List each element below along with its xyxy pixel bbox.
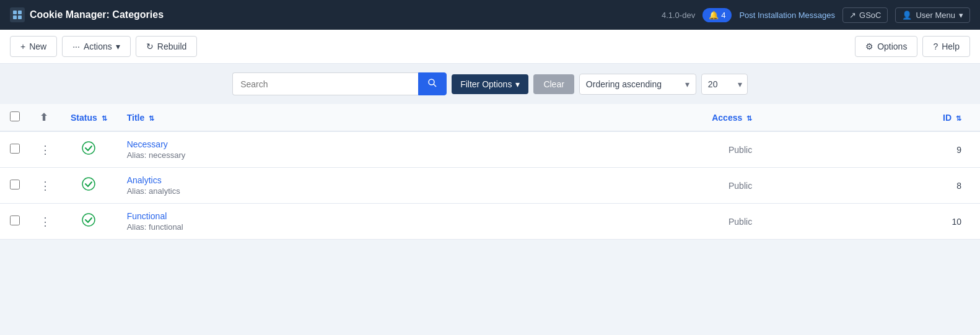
table-container: ⬆ Status ⇅ Title ⇅ Access ⇅ ID ⇅	[0, 104, 980, 240]
rebuild-label: Rebuild	[157, 41, 186, 51]
status-published-icon[interactable]	[82, 144, 95, 157]
filter-options-button[interactable]: Filter Options ▾	[452, 74, 528, 94]
svg-point-4	[429, 79, 434, 85]
table-row: ⋮ Functional Alias: functional Public 10	[0, 204, 980, 240]
ordering-select-wrap: Ordering ascending Ordering descending T…	[579, 74, 696, 95]
col-header-title[interactable]: Title ⇅	[117, 104, 435, 131]
col-header-checkbox	[0, 104, 30, 131]
actions-button[interactable]: ··· Actions ▾	[62, 36, 131, 57]
version-label: 4.1.0-dev	[662, 11, 695, 20]
row-id-cell: 9	[789, 131, 980, 168]
row-context-menu[interactable]: ⋮	[40, 180, 51, 192]
title-sort-icon: ⇅	[149, 115, 154, 122]
svg-rect-2	[13, 15, 17, 19]
row-access-cell: Public	[435, 168, 789, 204]
actions-label: Actions	[84, 41, 112, 51]
search-icon	[427, 78, 437, 90]
col-header-status[interactable]: Status ⇅	[61, 104, 117, 131]
row-access-value: Public	[728, 145, 752, 155]
user-icon: 👤	[902, 11, 912, 20]
per-page-select[interactable]: 20 50 100	[702, 74, 733, 94]
filter-options-label: Filter Options	[460, 79, 512, 89]
row-context-menu[interactable]: ⋮	[40, 144, 51, 156]
per-page-chevron-icon: ▾	[733, 79, 747, 89]
brand-title: Cookie Manager: Categories	[30, 9, 164, 20]
question-icon: ?	[933, 41, 938, 51]
order-sort-icon[interactable]: ⬆	[40, 112, 48, 123]
row-id-value: 9	[956, 145, 961, 155]
row-id-cell: 10	[789, 204, 980, 240]
row-title-cell: Functional Alias: functional	[117, 204, 435, 240]
svg-point-6	[82, 142, 95, 154]
status-published-icon[interactable]	[82, 180, 95, 193]
row-checkbox[interactable]	[10, 180, 20, 189]
row-checkbox-cell	[0, 168, 30, 204]
search-wrap	[232, 72, 447, 95]
row-checkbox[interactable]	[10, 144, 20, 154]
row-alias: Alias: analytics	[127, 186, 426, 196]
table-header-row: ⬆ Status ⇅ Title ⇅ Access ⇅ ID ⇅	[0, 104, 980, 131]
toolbar-right: ⚙ Options ? Help	[855, 36, 970, 57]
col-header-order: ⬆	[30, 104, 61, 131]
user-menu-button[interactable]: 👤 User Menu ▾	[895, 7, 970, 23]
row-title-link[interactable]: Functional	[127, 211, 167, 221]
filter-bar: Filter Options ▾ Clear Ordering ascendin…	[0, 64, 980, 104]
access-col-label: Access	[712, 113, 742, 123]
select-all-checkbox[interactable]	[10, 111, 20, 121]
access-sort-icon: ⇅	[746, 115, 752, 122]
id-sort-icon: ⇅	[956, 115, 961, 122]
new-button[interactable]: + New	[10, 36, 57, 57]
svg-rect-1	[18, 11, 22, 14]
status-sort-icon: ⇅	[102, 115, 107, 122]
new-label: New	[29, 41, 46, 51]
options-button[interactable]: ⚙ Options	[855, 36, 917, 57]
row-checkbox[interactable]	[10, 215, 20, 225]
ordering-select[interactable]: Ordering ascending Ordering descending T…	[580, 74, 679, 94]
col-header-id[interactable]: ID ⇅	[789, 104, 980, 131]
search-button[interactable]	[418, 72, 447, 95]
toolbar: + New ··· Actions ▾ ↻ Rebuild ⚙ Options …	[0, 30, 980, 64]
row-title-link[interactable]: Analytics	[127, 175, 162, 185]
per-page-wrap: 20 50 100 ▾	[701, 74, 748, 95]
chevron-down-icon: ▾	[959, 11, 963, 20]
row-title-link[interactable]: Necessary	[127, 139, 168, 149]
row-alias: Alias: functional	[127, 222, 426, 232]
notifications-bell[interactable]: 🔔 4	[702, 8, 732, 22]
row-id-cell: 8	[789, 168, 980, 204]
col-header-access[interactable]: Access ⇅	[435, 104, 789, 131]
clear-label: Clear	[543, 79, 564, 89]
bell-icon: 🔔	[709, 11, 719, 20]
gsoc-label: GSoC	[859, 11, 881, 20]
search-input[interactable]	[232, 72, 418, 95]
dots-icon: ···	[72, 41, 80, 51]
row-dots-cell: ⋮	[30, 168, 61, 204]
row-status-cell	[61, 168, 117, 204]
options-label: Options	[877, 41, 907, 51]
clear-button[interactable]: Clear	[533, 74, 574, 94]
gsoc-button[interactable]: ↗ GSoC	[842, 7, 888, 23]
row-id-value: 8	[956, 181, 961, 191]
row-dots-cell: ⋮	[30, 204, 61, 240]
title-col-label: Title	[127, 113, 145, 123]
row-checkbox-cell	[0, 131, 30, 168]
ordering-chevron-icon: ▾	[679, 79, 696, 89]
post-install-link[interactable]: Post Installation Messages	[739, 11, 835, 20]
svg-line-5	[434, 84, 436, 87]
categories-table: ⬆ Status ⇅ Title ⇅ Access ⇅ ID ⇅	[0, 104, 980, 240]
svg-rect-3	[18, 15, 22, 19]
status-col-label: Status	[71, 113, 97, 123]
rebuild-button[interactable]: ↻ Rebuild	[136, 36, 197, 57]
help-button[interactable]: ? Help	[922, 36, 970, 57]
row-title-cell: Necessary Alias: necessary	[117, 131, 435, 168]
row-dots-cell: ⋮	[30, 131, 61, 168]
table-row: ⋮ Necessary Alias: necessary Public 9	[0, 131, 980, 168]
svg-point-8	[82, 214, 95, 226]
row-context-menu[interactable]: ⋮	[40, 215, 51, 228]
status-published-icon[interactable]	[82, 215, 95, 229]
row-checkbox-cell	[0, 204, 30, 240]
row-access-cell: Public	[435, 204, 789, 240]
brand-icon	[10, 7, 25, 22]
table-row: ⋮ Analytics Alias: analytics Public 8	[0, 168, 980, 204]
row-access-cell: Public	[435, 131, 789, 168]
plus-icon: +	[20, 41, 25, 51]
